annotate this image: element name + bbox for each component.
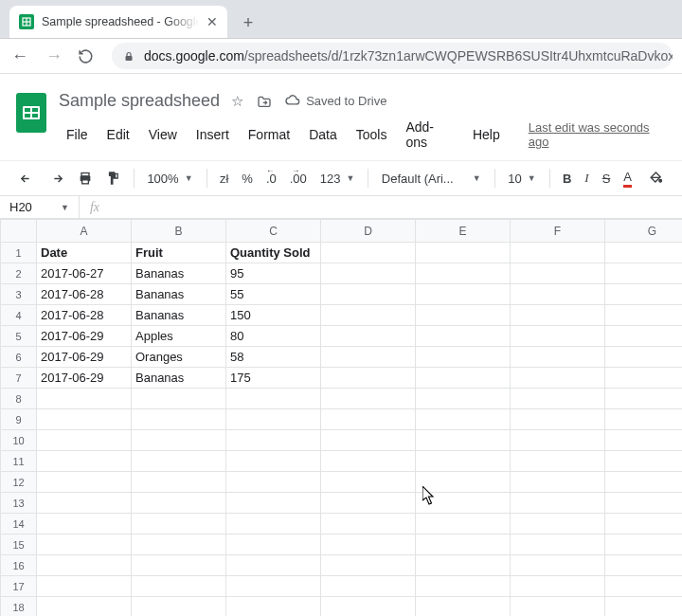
cell[interactable] <box>605 284 683 305</box>
cell[interactable] <box>132 597 226 617</box>
address-bar[interactable]: docs.google.com/spreadsheets/d/1rzk73zn1… <box>112 43 673 69</box>
cell[interactable] <box>37 576 132 597</box>
cell[interactable]: 95 <box>226 263 321 284</box>
cell[interactable] <box>321 347 416 368</box>
cell[interactable] <box>132 451 226 472</box>
col-header-F[interactable]: F <box>511 220 605 243</box>
cell[interactable] <box>605 472 683 493</box>
move-icon[interactable] <box>257 95 272 108</box>
cell[interactable] <box>416 409 511 430</box>
cell[interactable] <box>37 472 132 493</box>
row-header[interactable]: 11 <box>1 451 37 472</box>
reload-button[interactable] <box>78 48 99 64</box>
col-header-C[interactable]: C <box>226 220 321 243</box>
cell[interactable] <box>511 493 605 514</box>
cell[interactable]: Bananas <box>132 305 226 326</box>
cell[interactable] <box>37 555 132 576</box>
row-header[interactable]: 5 <box>1 326 37 347</box>
cell[interactable] <box>511 284 605 305</box>
cell[interactable]: 150 <box>226 305 321 326</box>
cell[interactable] <box>416 368 511 389</box>
font-size-dropdown[interactable]: 10▼ <box>502 168 541 190</box>
cell[interactable]: Fruit <box>132 243 226 263</box>
row-header[interactable]: 14 <box>1 514 37 534</box>
row-header[interactable]: 10 <box>1 430 37 451</box>
row-header[interactable]: 1 <box>1 243 37 263</box>
cell[interactable]: Quantity Sold <box>226 243 321 263</box>
col-header-A[interactable]: A <box>37 220 132 243</box>
cell[interactable]: Bananas <box>132 284 226 305</box>
cell[interactable] <box>511 347 605 368</box>
row-header[interactable]: 18 <box>1 597 37 617</box>
cell[interactable] <box>226 534 321 555</box>
row-header[interactable]: 15 <box>1 534 37 555</box>
cell[interactable] <box>37 451 132 472</box>
cell[interactable] <box>132 534 226 555</box>
bold-button[interactable]: B <box>557 168 577 190</box>
cell[interactable]: Oranges <box>132 347 226 368</box>
cell[interactable] <box>416 263 511 284</box>
cell[interactable] <box>416 430 511 451</box>
row-header[interactable]: 4 <box>1 305 37 326</box>
doc-title[interactable]: Sample spreadsheed <box>59 91 220 111</box>
cell[interactable] <box>226 493 321 514</box>
cell[interactable] <box>321 534 416 555</box>
cell[interactable] <box>605 451 683 472</box>
row-header[interactable]: 7 <box>1 368 37 389</box>
cell[interactable] <box>321 368 416 389</box>
row-header[interactable]: 13 <box>1 493 37 514</box>
cell[interactable] <box>321 451 416 472</box>
cell[interactable] <box>416 534 511 555</box>
cell[interactable] <box>416 576 511 597</box>
format-currency-button[interactable]: zł <box>214 168 234 190</box>
cell[interactable]: 2017-06-29 <box>37 326 132 347</box>
decrease-decimal-button[interactable]: ←.0 <box>260 168 282 190</box>
cell[interactable] <box>226 409 321 430</box>
cell[interactable]: 2017-06-29 <box>37 347 132 368</box>
cell[interactable]: Bananas <box>132 368 226 389</box>
cell[interactable] <box>605 326 683 347</box>
menu-view[interactable]: View <box>141 124 185 145</box>
cell[interactable] <box>321 493 416 514</box>
menu-format[interactable]: Format <box>241 124 297 145</box>
cell[interactable] <box>511 514 605 534</box>
cell[interactable] <box>321 243 416 263</box>
cell[interactable] <box>132 576 226 597</box>
cell[interactable] <box>226 576 321 597</box>
cell[interactable] <box>511 576 605 597</box>
cell[interactable] <box>132 409 226 430</box>
cell[interactable]: 58 <box>226 347 321 368</box>
cell[interactable] <box>321 514 416 534</box>
cell[interactable] <box>37 430 132 451</box>
cell[interactable] <box>605 555 683 576</box>
cell[interactable] <box>605 576 683 597</box>
redo-button[interactable] <box>43 169 70 189</box>
sheets-logo[interactable] <box>13 91 49 138</box>
col-header-D[interactable]: D <box>321 220 416 243</box>
cell[interactable] <box>226 451 321 472</box>
cell[interactable] <box>132 514 226 534</box>
cell[interactable] <box>605 347 683 368</box>
cell[interactable] <box>511 451 605 472</box>
menu-data[interactable]: Data <box>301 124 345 145</box>
cell[interactable] <box>511 263 605 284</box>
saved-status[interactable]: Saved to Drive <box>285 94 386 108</box>
cell[interactable] <box>321 284 416 305</box>
cell[interactable] <box>511 409 605 430</box>
cell[interactable] <box>605 368 683 389</box>
cell[interactable] <box>37 534 132 555</box>
cell[interactable] <box>605 243 683 263</box>
cell[interactable] <box>605 305 683 326</box>
cell[interactable] <box>132 555 226 576</box>
cell[interactable]: 2017-06-27 <box>37 263 132 284</box>
format-percent-button[interactable]: % <box>236 168 259 190</box>
cell[interactable] <box>416 451 511 472</box>
select-all-corner[interactable] <box>1 220 37 243</box>
cell[interactable] <box>321 555 416 576</box>
font-family-dropdown[interactable]: Default (Ari...▼ <box>376 168 487 190</box>
cell[interactable] <box>416 597 511 617</box>
cell[interactable] <box>605 514 683 534</box>
cell[interactable] <box>226 555 321 576</box>
cell[interactable] <box>226 597 321 617</box>
cell[interactable] <box>511 430 605 451</box>
